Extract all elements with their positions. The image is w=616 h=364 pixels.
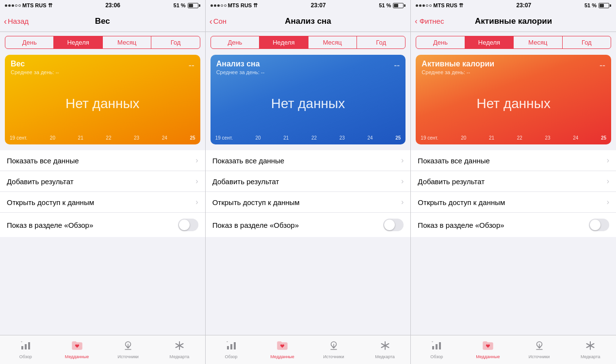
segment-btn-день[interactable]: День bbox=[416, 36, 465, 48]
segment-btn-неделя[interactable]: Неделя bbox=[259, 36, 308, 48]
tab-item-обзор[interactable]: Обзор bbox=[411, 337, 462, 361]
phone-1: MTS RUS ⇈ 23:06 51 % ‹ Назад Вес ДеньНед… bbox=[0, 0, 206, 364]
nav-back-button[interactable]: ‹ Сон bbox=[210, 17, 227, 26]
axis-label: 25 bbox=[601, 135, 606, 141]
menu-item-0[interactable]: Показать все данные › bbox=[411, 150, 616, 171]
toggle-switch[interactable] bbox=[383, 219, 404, 231]
nav-title: Активные калории bbox=[475, 16, 552, 26]
back-chevron-icon: ‹ bbox=[210, 17, 212, 26]
segment-btn-месяц[interactable]: Месяц bbox=[103, 36, 151, 48]
tab-label-обзор: Обзор bbox=[225, 354, 238, 359]
tab-item-медданные[interactable]: Медданные bbox=[257, 337, 308, 361]
chart-menu-icon[interactable]: -- bbox=[600, 61, 605, 71]
segment-btn-неделя[interactable]: Неделя bbox=[465, 36, 514, 48]
menu-item-3[interactable]: Показ в разделе «Обзор» bbox=[206, 213, 411, 237]
tab-item-источники[interactable]: Источники bbox=[514, 337, 565, 361]
menu-item-1[interactable]: Добавить результат › bbox=[206, 171, 411, 192]
tab-icon-asterisk bbox=[174, 340, 185, 353]
tab-icon-asterisk bbox=[584, 340, 596, 353]
nav-bar-2: ‹ Сон Анализ сна bbox=[206, 11, 411, 32]
chart-menu-icon[interactable]: -- bbox=[189, 61, 195, 71]
tab-item-медкарта[interactable]: Медкарта bbox=[565, 337, 616, 361]
segment-btn-месяц[interactable]: Месяц bbox=[308, 36, 357, 48]
svg-rect-9 bbox=[230, 344, 232, 349]
menu-item-label: Открыть доступ к данным bbox=[418, 198, 505, 206]
menu-item-0[interactable]: Показать все данные › bbox=[0, 150, 205, 171]
tab-item-обзор[interactable]: Обзор bbox=[0, 337, 51, 361]
chart-header: Анализ сна Среднее за день: -- bbox=[211, 55, 406, 77]
tab-icon-heart-folder bbox=[71, 340, 83, 353]
tab-label-медкарта: Медкарта bbox=[375, 354, 395, 359]
axis-label: 22 bbox=[311, 135, 317, 141]
segment-btn-год[interactable]: Год bbox=[563, 36, 611, 48]
nav-back-label: Фитнес bbox=[420, 17, 444, 25]
menu-item-right: › bbox=[401, 156, 404, 165]
signal-dot bbox=[224, 4, 227, 7]
signal-dot bbox=[422, 4, 425, 7]
menu-item-label: Показ в разделе «Обзор» bbox=[212, 221, 299, 229]
menu-item-1[interactable]: Добавить результат › bbox=[411, 171, 616, 192]
tab-item-медкарта[interactable]: Медкарта bbox=[154, 337, 205, 361]
menu-item-right: › bbox=[195, 156, 198, 165]
menu-item-1[interactable]: Добавить результат › bbox=[0, 171, 205, 192]
toggle-switch[interactable] bbox=[589, 219, 609, 231]
segment-btn-неделя[interactable]: Неделя bbox=[54, 36, 102, 48]
svg-rect-17 bbox=[436, 344, 438, 349]
menu-item-3[interactable]: Показ в разделе «Обзор» bbox=[0, 213, 205, 237]
menu-item-right: › bbox=[607, 156, 609, 165]
wifi-icon: ⇈ bbox=[459, 2, 463, 9]
axis-label: 22 bbox=[517, 135, 522, 141]
signal-dot bbox=[211, 4, 213, 7]
chart-header: Вес Среднее за день: -- bbox=[5, 55, 200, 77]
segment-btn-год[interactable]: Год bbox=[151, 36, 199, 48]
chart-axis: 19 сент.202122232425 bbox=[5, 135, 200, 141]
carrier-name: MTS RUS bbox=[22, 2, 47, 8]
toggle-knob bbox=[590, 220, 600, 230]
menu-item-3[interactable]: Показ в разделе «Обзор» bbox=[411, 213, 616, 237]
tab-icon-chart bbox=[20, 340, 32, 353]
tab-item-источники[interactable]: Источники bbox=[308, 337, 359, 361]
segment-control: ДеньНеделяМесяцГод bbox=[416, 36, 611, 49]
chevron-right-icon: › bbox=[401, 198, 404, 206]
tab-item-медданные[interactable]: Медданные bbox=[462, 337, 514, 361]
menu-list: Показать все данные › Добавить результат… bbox=[0, 150, 205, 237]
tab-bar-1: Обзор Медданные Источники Медкарта bbox=[0, 335, 205, 364]
phone-2: MTS RUS ⇈ 23:07 51 % ‹ Сон Анализ сна Де… bbox=[206, 0, 411, 364]
menu-item-label: Показ в разделе «Обзор» bbox=[7, 221, 93, 229]
toggle-switch[interactable] bbox=[178, 219, 198, 231]
wifi-icon: ⇈ bbox=[48, 2, 52, 9]
axis-label: 20 bbox=[461, 135, 466, 141]
tab-item-обзор[interactable]: Обзор bbox=[206, 337, 257, 361]
tab-bar-2: Обзор Медданные Источники Медкарта bbox=[206, 335, 411, 364]
menu-item-2[interactable]: Открыть доступ к данным › bbox=[0, 192, 205, 213]
menu-item-2[interactable]: Открыть доступ к данным › bbox=[206, 192, 411, 213]
menu-item-0[interactable]: Показать все данные › bbox=[206, 150, 411, 171]
status-bar-3: MTS RUS ⇈ 23:07 51 % bbox=[411, 0, 616, 11]
chart-menu-icon[interactable]: -- bbox=[394, 61, 400, 71]
signal-dots bbox=[5, 4, 21, 7]
tab-item-медданные[interactable]: Медданные bbox=[51, 337, 103, 361]
svg-rect-10 bbox=[234, 342, 236, 349]
chart-card: Анализ сна Среднее за день: -- -- Нет да… bbox=[211, 55, 406, 144]
axis-label: 19 сент. bbox=[215, 135, 233, 141]
segment-btn-день[interactable]: День bbox=[211, 36, 259, 48]
signal-dots bbox=[416, 4, 432, 7]
segment-btn-месяц[interactable]: Месяц bbox=[514, 36, 562, 48]
axis-label: 24 bbox=[367, 135, 373, 141]
axis-label: 25 bbox=[190, 135, 195, 141]
segment-btn-год[interactable]: Год bbox=[357, 36, 405, 48]
back-chevron-icon: ‹ bbox=[415, 17, 417, 25]
status-left: MTS RUS ⇈ bbox=[211, 2, 258, 9]
axis-label: 24 bbox=[573, 135, 578, 141]
svg-rect-11 bbox=[227, 341, 228, 342]
tab-icon-download-heart bbox=[122, 340, 134, 353]
wifi-icon: ⇈ bbox=[253, 2, 258, 9]
menu-item-right bbox=[589, 219, 609, 231]
tab-item-источники[interactable]: Источники bbox=[102, 337, 154, 361]
nav-back-button[interactable]: ‹ Назад bbox=[4, 17, 29, 26]
nav-breadcrumb[interactable]: ‹ Фитнес bbox=[415, 17, 444, 25]
menu-item-2[interactable]: Открыть доступ к данным › bbox=[411, 192, 616, 213]
segment-btn-день[interactable]: День bbox=[5, 36, 54, 48]
tab-item-медкарта[interactable]: Медкарта bbox=[359, 337, 411, 361]
menu-item-label: Показать все данные bbox=[418, 157, 490, 165]
